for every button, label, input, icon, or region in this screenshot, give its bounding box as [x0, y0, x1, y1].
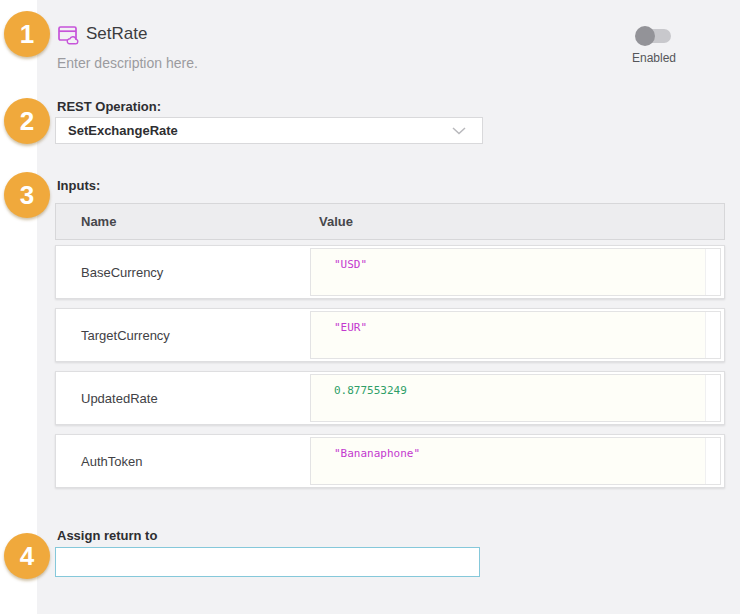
- table-row-updatedrate: UpdatedRate 0.877553249: [55, 371, 725, 425]
- editor-scrollbar-gutter: [705, 438, 720, 484]
- input-name: AuthToken: [81, 435, 142, 487]
- inputs-table-header: Name Value: [55, 203, 725, 240]
- input-value[interactable]: "USD": [311, 249, 705, 295]
- toggle-knob: [635, 26, 655, 46]
- enabled-toggle-label: Enabled: [614, 51, 694, 65]
- rest-operation-select[interactable]: SetExchangeRate: [55, 117, 483, 144]
- assign-return-input[interactable]: [55, 547, 480, 577]
- annotation-circle-1: 1: [4, 11, 50, 57]
- assign-return-label: Assign return to: [57, 528, 157, 543]
- table-row-targetcurrency: TargetCurrency "EUR": [55, 308, 725, 362]
- editor-scrollbar-gutter: [705, 249, 720, 295]
- input-name: TargetCurrency: [81, 309, 170, 361]
- inputs-label: Inputs:: [57, 178, 100, 193]
- input-value-editor[interactable]: 0.877553249: [310, 374, 721, 422]
- editor-scrollbar-gutter: [705, 312, 720, 358]
- settings-panel: [37, 0, 740, 614]
- input-name: UpdatedRate: [81, 372, 158, 424]
- input-value[interactable]: "EUR": [311, 312, 705, 358]
- editor-scrollbar-gutter: [705, 375, 720, 421]
- page-title: SetRate: [86, 24, 147, 44]
- input-value-editor[interactable]: "EUR": [310, 311, 721, 359]
- input-value[interactable]: 0.877553249: [311, 375, 705, 421]
- rest-operation-label: REST Operation:: [57, 99, 161, 114]
- input-value-editor[interactable]: "Bananaphone": [310, 437, 721, 485]
- chevron-down-icon: [452, 127, 466, 135]
- rest-operation-selected-value: SetExchangeRate: [56, 123, 452, 138]
- annotation-circle-4: 4: [4, 533, 50, 579]
- table-row-basecurrency: BaseCurrency "USD": [55, 245, 725, 299]
- annotation-circle-3: 3: [4, 172, 50, 218]
- rest-window-cloud-icon: [57, 24, 79, 46]
- input-value[interactable]: "Bananaphone": [311, 438, 705, 484]
- enabled-toggle[interactable]: [637, 29, 671, 43]
- description-field[interactable]: Enter description here.: [57, 55, 198, 71]
- input-value-editor[interactable]: "USD": [310, 248, 721, 296]
- column-header-name: Name: [81, 204, 116, 239]
- column-header-value: Value: [319, 204, 353, 239]
- annotation-circle-2: 2: [4, 98, 50, 144]
- input-name: BaseCurrency: [81, 246, 163, 298]
- table-row-authtoken: AuthToken "Bananaphone": [55, 434, 725, 488]
